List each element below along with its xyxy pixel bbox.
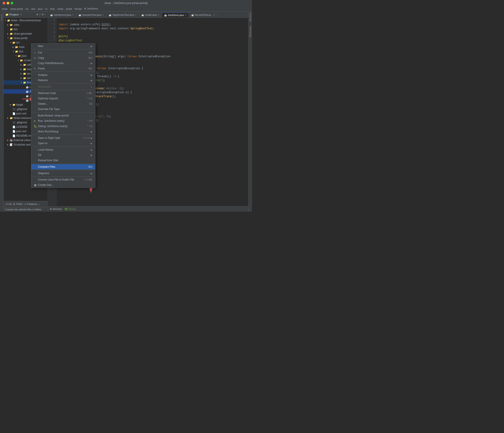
breadcrumb-item[interactable]: java	[38, 8, 42, 10]
tree-item-straw[interactable]: ▼ 📁 straw ~/Documents/straw	[4, 18, 48, 23]
menu-separator	[31, 112, 95, 112]
breadcrumb-item[interactable]: src	[26, 8, 29, 10]
structure-label[interactable]: Structure	[249, 12, 252, 21]
problems-icon[interactable]: ⚠ Problems	[24, 203, 37, 206]
close-panel-icon[interactable]: −	[45, 13, 46, 16]
close-button[interactable]	[3, 2, 5, 4]
code-line: import org.springframework.boot.test.con…	[59, 27, 247, 31]
menu-item-new[interactable]: New ▶	[31, 44, 95, 49]
menu-item-compare-files[interactable]: Compare Files ⌘D	[31, 164, 95, 170]
breadcrumb-item[interactable]: thread	[74, 8, 81, 10]
collapse-icon[interactable]: ≡	[39, 13, 40, 16]
menu-item-override-filetype[interactable]: Override File Type	[31, 107, 95, 112]
tab-joindemo2[interactable]: ☕ JoinDemo2.java ✕	[48, 12, 76, 18]
spring-tab[interactable]: 🌿 Spring	[64, 208, 75, 210]
run-icon: ▶	[34, 120, 38, 122]
gist-icon: ⬤	[34, 184, 38, 187]
right-sidebar: Structure Bookmarks	[248, 11, 252, 212]
code-line: @Slf4j	[59, 35, 247, 39]
tree-item-idea[interactable]: ▶ 📂 .idea	[4, 23, 48, 27]
breadcrumb-item[interactable]: straw	[2, 8, 8, 10]
context-menu: New ▶ ✂ Cut ⌘X ⧉ Copy ⌘C Copy Path/Refer…	[31, 43, 95, 188]
menu-item-create-gist[interactable]: ⬤ Create Gist...	[31, 182, 95, 188]
menu-item-copy[interactable]: ⧉ Copy ⌘C	[31, 55, 95, 61]
code-line	[59, 31, 247, 35]
bookmarks-label[interactable]: Bookmarks	[249, 26, 252, 37]
commit-label[interactable]: Commit	[1, 14, 3, 21]
menu-item-convert-kotlin[interactable]: Convert Java File to Kotlin File ⌥⇧⌘K	[31, 177, 95, 182]
services-icon[interactable]: ○	[39, 203, 40, 206]
status-text: Compare two selected files or folders	[5, 208, 42, 211]
tab-tagservicetest[interactable]: ☕ TagServiceTest.java ✕	[107, 12, 139, 18]
menu-item-analyze[interactable]: Analyze ▶	[31, 72, 95, 78]
menu-item-reformat[interactable]: Reformat Code ⌥⌘L	[31, 90, 95, 96]
menu-separator	[31, 49, 95, 49]
code-line: @SpringBootTest	[59, 39, 247, 43]
menu-item-cut[interactable]: ✂ Cut ⌘X	[31, 50, 95, 55]
menu-item-delete[interactable]: Delete... ⌫	[31, 101, 95, 107]
paste-icon: ⧉	[34, 67, 38, 70]
cut-icon: ✂	[34, 51, 38, 54]
menu-separator	[31, 146, 95, 147]
menu-item-paste[interactable]: ⧉ Paste ⌘V	[31, 66, 95, 71]
left-sidebar-icons: Commit	[0, 11, 4, 212]
breadcrumb-item[interactable]: straw-portal	[10, 8, 23, 10]
breadcrumb-item[interactable]: tedu	[50, 8, 55, 10]
menu-separator	[31, 163, 95, 164]
tab-create[interactable]: ☕ create.java ✕	[139, 12, 162, 18]
menu-item-diagrams[interactable]: Diagrams ▶	[31, 171, 95, 176]
tab-securitytest[interactable]: ☕ SecurityTest.ja... ✕	[189, 12, 218, 18]
minimize-button[interactable]	[7, 2, 9, 4]
maximize-button[interactable]	[11, 2, 13, 4]
menu-item-local-history[interactable]: Local History ▶	[31, 147, 95, 152]
menu-item-bookmarks[interactable]: Bookmarks ▶	[31, 84, 95, 89]
titlebar: straw – JoinDemo.java [straw-portal]	[0, 0, 252, 6]
menu-item-run[interactable]: ▶ Run 'JoinDemo.main()' ⌃⇧R	[31, 118, 95, 124]
panel-footer: ⎇ Git ☰ TODO ⚠ Problems ○	[4, 201, 48, 207]
menu-item-more-run[interactable]: More Run/Debug ▶	[31, 129, 95, 134]
menu-item-refactor[interactable]: Refactor ▶	[31, 78, 95, 83]
menu-item-open-right-split[interactable]: Open in Right Split ⇧⌥⏎ ▶	[31, 135, 95, 141]
editor-bottom-bar: ⚙ Services 🌿 Spring	[48, 206, 248, 212]
window-title: straw – JoinDemo.java [straw-portal]	[105, 1, 147, 5]
menu-separator	[31, 90, 95, 90]
menu-item-git[interactable]: Git ▶	[31, 152, 95, 158]
panel-title: Project	[9, 13, 19, 16]
window-controls[interactable]	[3, 2, 13, 4]
code-line: import lombok.extern.slf4j.Slf4j;	[59, 23, 247, 27]
debug-icon: 🐛	[34, 125, 38, 128]
todo-icon[interactable]: ☰ TODO	[13, 203, 23, 206]
folder-icon: 📁	[5, 13, 9, 16]
code-line	[59, 19, 247, 23]
menu-separator	[31, 176, 95, 177]
breadcrumb-item[interactable]: ⚙ JoinDemo	[84, 7, 98, 10]
breadcrumb-item[interactable]: cn	[45, 8, 48, 10]
menu-separator	[31, 83, 95, 84]
menu-item-build-module[interactable]: Build Module 'straw-portal'	[31, 113, 95, 118]
tree-item-doc[interactable]: 📁 doc	[4, 27, 48, 31]
status-bar: Compare two selected files or folders	[4, 207, 48, 212]
menu-item-optimize[interactable]: Optimize Imports ⌃⌥O	[31, 96, 95, 101]
tree-item-portal[interactable]: ▼ 📁 straw-portal	[4, 36, 48, 40]
locate-icon[interactable]: ⊕	[36, 13, 38, 16]
copy-icon: ⧉	[34, 57, 38, 59]
breadcrumb-item[interactable]: portal	[66, 8, 72, 10]
project-panel-header: 📁 Project ▼ ⊕ ≡ ⚙ −	[4, 11, 48, 18]
breadcrumb: straw › straw-portal › src › test › java…	[0, 6, 252, 11]
tab-joindemo-active[interactable]: ☕ JoinDemo.java ✕	[162, 12, 189, 18]
breadcrumb-item[interactable]: test	[31, 8, 35, 10]
tab-questiontest[interactable]: ☕ QuestionTest.java ✕	[76, 12, 107, 18]
settings-icon[interactable]: ⚙	[42, 13, 44, 16]
menu-item-open-in[interactable]: Open In ▶	[31, 141, 95, 146]
menu-item-debug[interactable]: 🐛 Debug 'JoinDemo.main()' ⌃⇧D	[31, 124, 95, 129]
breadcrumb-item[interactable]: straw	[57, 8, 63, 10]
menu-item-reload[interactable]: Reload from Disk	[31, 158, 95, 163]
services-tab[interactable]: ⚙ Services	[50, 208, 62, 210]
git-icon[interactable]: ⎇ Git	[5, 203, 11, 206]
tree-item-generator[interactable]: ▶ 📁 straw-generator	[4, 31, 48, 36]
menu-item-copy-path[interactable]: Copy Path/Reference... ▶	[31, 61, 95, 66]
tab-bar: ☕ JoinDemo2.java ✕ ☕ QuestionTest.java ✕…	[48, 11, 248, 18]
